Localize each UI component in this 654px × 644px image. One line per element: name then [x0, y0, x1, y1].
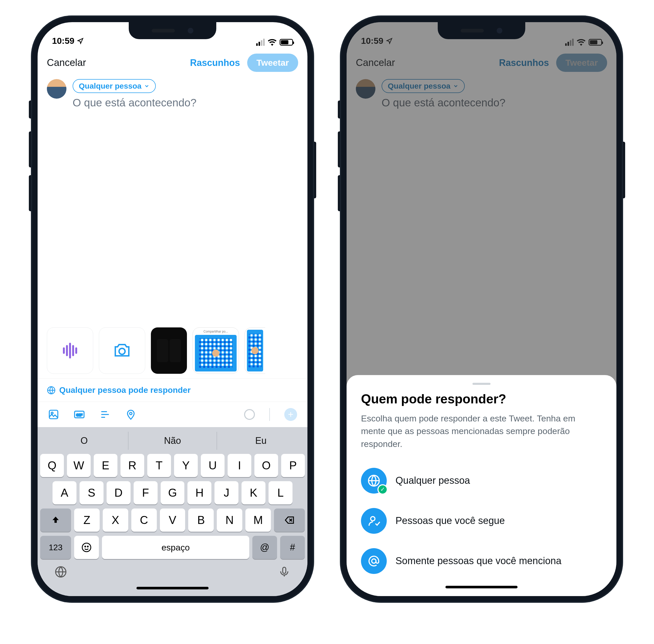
key-s[interactable]: S: [79, 481, 103, 504]
key-z[interactable]: Z: [74, 508, 100, 532]
svg-point-23: [371, 516, 375, 521]
cancel-button[interactable]: Cancelar: [47, 57, 86, 68]
sheet-title: Quem pode responder?: [361, 392, 602, 407]
phone-right: 10:59 Cancelar Rascunhos Tweetar Qualque…: [340, 16, 623, 603]
svg-point-5: [119, 348, 125, 354]
reply-settings-button[interactable]: Qualquer pessoa pode responder: [38, 378, 307, 402]
backspace-key[interactable]: [274, 508, 305, 532]
key-g[interactable]: G: [161, 481, 185, 504]
home-indicator[interactable]: [137, 587, 209, 590]
key-a[interactable]: A: [52, 481, 76, 504]
compose-navbar: Cancelar Rascunhos Tweetar: [38, 48, 307, 79]
globe-icon: [368, 474, 380, 487]
tweet-button[interactable]: Tweetar: [247, 53, 298, 72]
phone-left: 10:59 Cancelar Rascunhos Tweetar Qualque…: [31, 16, 314, 603]
key-i[interactable]: I: [228, 454, 251, 477]
key-c[interactable]: C: [131, 508, 157, 532]
key-f[interactable]: F: [134, 481, 158, 504]
key-y[interactable]: Y: [174, 454, 198, 477]
svg-point-8: [51, 412, 53, 414]
key-m[interactable]: M: [246, 508, 271, 532]
poll-icon[interactable]: [99, 409, 111, 420]
sheet-grabber[interactable]: [472, 383, 490, 385]
reply-settings-sheet: Quem pode responder? Escolha quem pode r…: [347, 375, 616, 596]
option-label: Pessoas que você segue: [396, 514, 505, 527]
compose-input[interactable]: O que está acontecendo?: [73, 97, 196, 109]
at-key[interactable]: @: [252, 536, 277, 559]
reply-option-mentioned[interactable]: Somente pessoas que você menciona: [361, 541, 602, 581]
person-check-icon: [368, 514, 380, 527]
add-thread-button[interactable]: +: [284, 408, 297, 421]
key-u[interactable]: U: [201, 454, 225, 477]
key-o[interactable]: O: [254, 454, 278, 477]
chevron-down-icon: [144, 83, 149, 89]
svg-rect-7: [49, 410, 58, 419]
camera-button[interactable]: [99, 327, 145, 374]
key-t[interactable]: T: [147, 454, 171, 477]
drafts-button[interactable]: Rascunhos: [190, 58, 240, 68]
globe-icon: [47, 386, 55, 395]
key-n[interactable]: N: [217, 508, 242, 532]
numbers-key[interactable]: 123: [40, 536, 71, 559]
key-h[interactable]: H: [187, 481, 211, 504]
voice-tweet-button[interactable]: [47, 327, 93, 374]
status-time: 10:59: [52, 36, 74, 46]
reply-option-following[interactable]: Pessoas que você segue: [361, 501, 602, 541]
compose-toolbar: GIF +: [38, 402, 307, 427]
option-label: Qualquer pessoa: [396, 474, 470, 487]
cellular-icon: [256, 39, 265, 46]
audience-selector[interactable]: Qualquer pessoa: [73, 79, 156, 93]
dictation-icon[interactable]: [278, 566, 290, 578]
space-key[interactable]: espaço: [102, 536, 249, 559]
key-d[interactable]: D: [107, 481, 131, 504]
key-k[interactable]: K: [241, 481, 265, 504]
svg-point-17: [82, 543, 91, 552]
key-x[interactable]: X: [103, 508, 128, 532]
shift-key[interactable]: [40, 508, 71, 532]
home-indicator[interactable]: [445, 586, 517, 588]
gif-icon[interactable]: GIF: [74, 409, 85, 420]
svg-point-24: [372, 559, 376, 564]
char-count-icon: [244, 409, 255, 420]
wifi-icon: [268, 39, 277, 46]
location-icon: [77, 38, 84, 44]
key-j[interactable]: J: [214, 481, 238, 504]
option-label: Somente pessoas que você menciona: [396, 555, 561, 567]
key-q[interactable]: Q: [40, 454, 64, 477]
svg-text:GIF: GIF: [76, 413, 83, 417]
key-b[interactable]: B: [188, 508, 214, 532]
svg-point-18: [85, 546, 86, 547]
at-icon: [368, 555, 380, 568]
audience-label: Qualquer pessoa: [79, 82, 141, 90]
reply-option-everyone[interactable]: ✓ Qualquer pessoa: [361, 461, 602, 501]
image-icon[interactable]: [48, 409, 59, 420]
suggestion[interactable]: Eu: [216, 432, 305, 450]
emoji-key[interactable]: [74, 536, 99, 559]
svg-point-14: [130, 412, 132, 415]
key-v[interactable]: V: [160, 508, 185, 532]
reply-settings-label: Qualquer pessoa pode responder: [59, 385, 190, 395]
keyboard-suggestions: O Não Eu: [40, 432, 305, 450]
key-w[interactable]: W: [67, 454, 91, 477]
key-e[interactable]: E: [94, 454, 117, 477]
media-picker: Compartilhar po...: [38, 327, 307, 374]
recent-media-thumbnail[interactable]: [244, 327, 265, 374]
check-icon: ✓: [377, 484, 388, 495]
hash-key[interactable]: #: [280, 536, 305, 559]
location-pin-icon[interactable]: [125, 409, 137, 420]
suggestion[interactable]: Não: [128, 432, 216, 450]
recent-media-thumbnail[interactable]: Compartilhar po...: [193, 327, 239, 374]
key-l[interactable]: L: [268, 481, 293, 504]
svg-rect-21: [283, 567, 286, 573]
keyboard[interactable]: O Não Eu QWERTYUIOP ASDFGHJKL ZXCVBNM 12…: [38, 427, 307, 596]
suggestion[interactable]: O: [40, 432, 128, 450]
key-r[interactable]: R: [120, 454, 144, 477]
key-p[interactable]: P: [281, 454, 305, 477]
composer: Qualquer pessoa O que está acontecendo?: [38, 79, 307, 109]
avatar[interactable]: [47, 79, 66, 99]
battery-icon: [280, 39, 293, 46]
notch: [129, 22, 216, 39]
globe-keyboard-icon[interactable]: [54, 566, 67, 578]
recent-media-thumbnail[interactable]: [151, 327, 187, 374]
svg-point-19: [87, 546, 88, 547]
